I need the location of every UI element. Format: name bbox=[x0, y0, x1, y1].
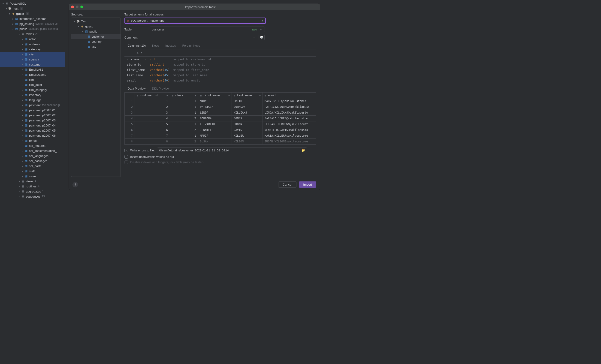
tree-table[interactable]: ▸ ▦ film_category bbox=[0, 87, 65, 92]
tree-table[interactable]: ▸ ▦ category bbox=[0, 47, 65, 52]
mapping-row[interactable]: store_id smallint mapped to store_id bbox=[124, 62, 316, 67]
tree-table[interactable]: ▸ ▦ sql_features bbox=[0, 143, 65, 148]
tree-table[interactable]: ▸ ▦ actor bbox=[0, 37, 65, 41]
tree-schema[interactable]: ▸ ▤ information_schema bbox=[0, 16, 65, 21]
cancel-button[interactable]: Cancel bbox=[278, 181, 297, 188]
table-row[interactable]: 4 4 2 BARBARA JONES BARBARA.JONES@sakila… bbox=[125, 116, 316, 121]
help-button[interactable]: ? bbox=[72, 182, 78, 187]
maximize-icon[interactable] bbox=[80, 6, 83, 8]
src-schema[interactable]: ▾ ▤ public bbox=[71, 29, 120, 34]
tree-connection[interactable]: ▾ 🐘 Test 2 bbox=[0, 6, 65, 11]
table-name-input[interactable]: customer New ▾ bbox=[150, 27, 265, 32]
tree-group-sequences[interactable]: ▸ ▣ sequences 13 bbox=[0, 194, 65, 199]
tree-table[interactable]: ▸ ▦ film_actor bbox=[0, 82, 65, 87]
move-down-icon[interactable]: ▾ bbox=[141, 51, 142, 55]
tree-table[interactable]: ▸ ▦ customer bbox=[0, 62, 65, 67]
table-icon: ▦ bbox=[24, 169, 28, 173]
sources-tree[interactable]: ▾ 🐘 Test ▾ ◆ guest ▾ bbox=[71, 18, 121, 177]
chevron-down-icon: ▾ bbox=[1, 2, 5, 5]
tree-database[interactable]: ▾ ◆ guest 4 bbox=[0, 11, 65, 16]
tree-table[interactable]: ▸ ▦ language bbox=[0, 98, 65, 102]
tab-data-preview[interactable]: Data Preview bbox=[124, 85, 149, 92]
insert-null-checkbox[interactable] bbox=[124, 155, 128, 158]
src-connection[interactable]: ▾ 🐘 Test bbox=[71, 19, 120, 24]
minimize-icon[interactable] bbox=[76, 6, 79, 8]
tree-table[interactable]: ▸ ▦ payment_p2007_05 bbox=[0, 128, 65, 133]
mapping-row[interactable]: last_name varchar(45) mapped to last_nam… bbox=[124, 72, 316, 78]
mapping-row[interactable]: customer_id int mapped to customer_id bbox=[124, 57, 316, 62]
folder-icon[interactable]: 📁 bbox=[301, 149, 305, 152]
add-icon[interactable]: ＋ bbox=[126, 51, 129, 55]
tree-table[interactable]: ▸ ▦ sql_packages bbox=[0, 158, 65, 163]
tree-table[interactable]: ▸ ▦ payment_p2007_06 bbox=[0, 133, 65, 138]
tree-table[interactable]: ▸ ▦ sql_implementation_i bbox=[0, 148, 65, 153]
close-icon[interactable] bbox=[71, 6, 74, 8]
tree-table[interactable]: ▸ ▦ city bbox=[0, 52, 65, 57]
tree-table[interactable]: ▸ ▦ sql_languages bbox=[0, 153, 65, 158]
tab-keys[interactable]: Keys bbox=[149, 42, 162, 49]
tab-columns[interactable]: Columns (10) bbox=[124, 42, 149, 49]
chevron-right-icon: ▸ bbox=[21, 48, 24, 50]
tree-schema[interactable]: ▸ ▤ pg_catalog system catalog sc bbox=[0, 21, 65, 26]
comment-button[interactable]: 💬 bbox=[259, 35, 265, 40]
comment-input[interactable]: ⤢ bbox=[150, 35, 257, 40]
data-preview-grid[interactable]: ▦customer_id◆ ▦store_id◆ ▦first_name◆ ▦l… bbox=[124, 92, 316, 145]
sort-icon: ◆ bbox=[228, 94, 230, 97]
tree-table[interactable]: ▸ ▦ inventory bbox=[0, 92, 65, 98]
table-row[interactable]: 3 3 1 LINDA WILLIAMS LINDA.WILLIAMS@saki… bbox=[125, 110, 316, 116]
tree-table[interactable]: ▸ ▦ payment_p2007_02 bbox=[0, 113, 65, 118]
table-row[interactable]: 1 1 1 MARY SMITH MARY.SMITH@sakilacustom… bbox=[125, 98, 316, 104]
table-row[interactable]: 6 6 2 JENNIFER DAVIS JENNIFER.DAVIS@saki… bbox=[125, 127, 316, 133]
remove-icon[interactable]: － bbox=[132, 51, 135, 55]
table-row[interactable]: 8 8 2 SUSAN WILSON SUSAN.WILSON@sakilacu… bbox=[125, 139, 316, 145]
chevron-right-icon: ▸ bbox=[21, 129, 24, 132]
src-table[interactable]: ▦ city bbox=[71, 44, 120, 49]
tree-group-routines[interactable]: ▸ ▣ routines 9 bbox=[0, 184, 65, 189]
src-table[interactable]: ▦ customer bbox=[71, 34, 120, 39]
move-up-icon[interactable]: ▴ bbox=[137, 51, 139, 55]
chevron-down-icon: ▾ bbox=[5, 7, 8, 10]
tree-table[interactable]: ▸ ▦ payment_p2007_01 bbox=[0, 108, 65, 113]
mapping-row[interactable]: first_name varchar(45) mapped to first_n… bbox=[124, 67, 316, 72]
write-errors-checkbox[interactable] bbox=[124, 149, 128, 152]
tree-table[interactable]: ▸ ▦ film bbox=[0, 77, 65, 82]
expand-icon[interactable]: ⤢ bbox=[253, 36, 255, 39]
tab-ddl-preview[interactable]: DDL Preview bbox=[149, 85, 172, 92]
target-schema-select[interactable]: ◈ SQL Server / master.dbo ▾ bbox=[124, 18, 266, 24]
src-db[interactable]: ▾ ◆ guest bbox=[71, 24, 120, 29]
tree-table[interactable]: ▸ ▦ staff bbox=[0, 168, 65, 174]
tree-label: guest bbox=[16, 12, 24, 15]
tree-table[interactable]: ▸ ▦ rental bbox=[0, 138, 65, 143]
table-row[interactable]: 2 2 1 PATRICIA JOHNSON PATRICIA.JOHNSON@… bbox=[125, 104, 316, 110]
tree-table[interactable]: ▸ ▦ payment_p2007_03 bbox=[0, 118, 65, 123]
col-header-store-id[interactable]: ▦store_id◆ bbox=[170, 93, 198, 98]
tree-tables-group[interactable]: ▾ ▣ tables 28 bbox=[0, 31, 65, 37]
src-table[interactable]: ▦ country bbox=[71, 39, 120, 44]
col-header-customer-id[interactable]: ▦customer_id◆ bbox=[135, 93, 170, 98]
mapping-row[interactable]: email varchar(50) mapped to email bbox=[124, 78, 316, 83]
tree-table[interactable]: ▸ ▦ store bbox=[0, 174, 65, 179]
table-row[interactable]: 5 5 1 ELIZABETH BROWN ELIZABETH.BROWN@sa… bbox=[125, 121, 316, 127]
tree-table[interactable]: ▸ ▦ paymentthe base for {p bbox=[0, 102, 65, 108]
tree-table[interactable]: ▸ ▦ address bbox=[0, 41, 65, 47]
cell-store-id: 2 bbox=[170, 139, 198, 144]
col-header-first-name[interactable]: ▦first_name◆ bbox=[198, 93, 232, 98]
tree-table[interactable]: ▸ ▦ sql_parts bbox=[0, 163, 65, 168]
col-header-last-name[interactable]: ▦last_name◆ bbox=[232, 93, 263, 98]
error-file-path-input[interactable]: /Users/jetbrains/customer_2022-01-31_21_… bbox=[157, 148, 307, 153]
tab-foreign-keys[interactable]: Foreign Keys bbox=[179, 42, 203, 49]
tree-group-views[interactable]: ▸ ▣ views 4 bbox=[0, 179, 65, 184]
database-tree[interactable]: ▾ ▣ PostgreSQL ▾ 🐘 Test 2 ▾ ◆ guest 4 ▸ … bbox=[0, 0, 65, 364]
import-button[interactable]: Import bbox=[299, 181, 316, 188]
table-row[interactable]: 7 7 1 MARIA MILLER MARIA.MILLER@sakilacu… bbox=[125, 133, 316, 139]
tab-indexes[interactable]: Indexes bbox=[162, 42, 179, 49]
tree-table[interactable]: ▸ ▦ EmailsGame bbox=[0, 72, 65, 77]
column-mappings[interactable]: customer_id int mapped to customer_idsto… bbox=[124, 57, 316, 83]
tree-group-aggregates[interactable]: ▸ ▣ aggregates 1 bbox=[0, 189, 65, 194]
col-header-email[interactable]: ▦email bbox=[263, 93, 316, 98]
tree-table[interactable]: ▸ ▦ payment_p2007_04 bbox=[0, 123, 65, 128]
tree-table[interactable]: ▸ ▦ country bbox=[0, 57, 65, 62]
tree-root[interactable]: ▾ ▣ PostgreSQL bbox=[0, 1, 65, 6]
tree-table[interactable]: ▸ ▦ EmailsAll1 bbox=[0, 67, 65, 72]
tree-schema[interactable]: ▾ ▤ public standard public schema bbox=[0, 26, 65, 31]
